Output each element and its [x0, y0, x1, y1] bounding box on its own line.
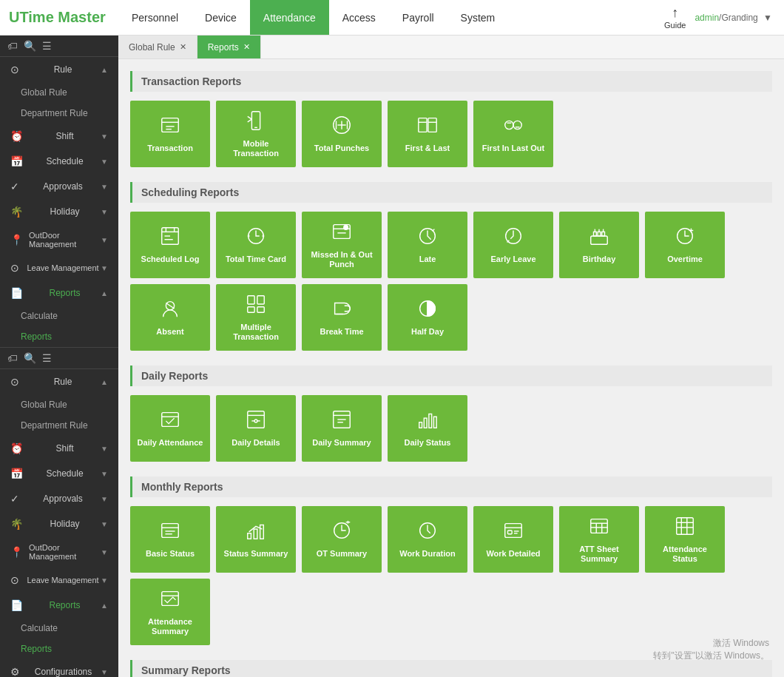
sidebar-item-leave-2[interactable]: ⊙ Leave Management ▼ [0, 567, 118, 593]
card-break-time[interactable]: Break Time [302, 284, 382, 351]
sidebar-sub-calculate-2[interactable]: Calculate [0, 618, 118, 639]
nav-payroll[interactable]: Payroll [389, 0, 447, 35]
card-transaction[interactable]: Transaction [130, 101, 210, 167]
card-work-duration[interactable]: Work Duration [388, 506, 467, 573]
card-work-detailed[interactable]: Work Detailed [473, 506, 553, 573]
sidebar-item-shift-2[interactable]: ⏰ Shift ▼ [0, 436, 118, 461]
sidebar-item-schedule[interactable]: 📅 Schedule ▼ [0, 149, 118, 174]
card-first-in-last-out[interactable]: First In Last Out [473, 101, 553, 167]
first-last-label: First & Last [405, 144, 450, 153]
sidebar-outdoor-label: OutDoor Management [29, 231, 101, 249]
card-early-leave[interactable]: Early Leave [473, 212, 553, 278]
menu-icon[interactable]: ☰ [42, 40, 52, 52]
ot-summary-label: OT Summary [317, 549, 367, 559]
sidebar-item-holiday-2[interactable]: 🌴 Holiday ▼ [0, 511, 118, 536]
nav-attendance[interactable]: Attendance [250, 0, 329, 35]
card-total-punches[interactable]: Total Punches [302, 101, 382, 167]
card-total-time-card[interactable]: Total Time Card [216, 212, 296, 278]
card-ot-summary[interactable]: OT Summary [302, 506, 382, 573]
card-status-summary[interactable]: Status Summary [216, 506, 296, 573]
svg-rect-59 [162, 413, 179, 427]
config-icon: ⚙ [10, 666, 20, 677]
sidebar-item-shift[interactable]: ⏰ Shift ▼ [0, 124, 118, 149]
daily-status-label: Daily Status [405, 438, 451, 448]
sidebar-item-configurations[interactable]: ⚙ Configurations ▼ [0, 659, 118, 677]
card-overtime[interactable]: Overtime [645, 212, 725, 278]
svg-rect-95 [677, 518, 694, 535]
multiple-trans-label: Multiple Transaction [220, 323, 291, 342]
card-daily-attendance[interactable]: Daily Attendance [130, 395, 210, 462]
sidebar-item-approvals-2[interactable]: ✓ Approvals ▼ [0, 486, 118, 511]
tab-global-rule-close[interactable]: ✕ [180, 42, 186, 52]
card-daily-summary[interactable]: Daily Summary [302, 395, 382, 462]
sidebar-item-outdoor[interactable]: 📍 OutDoor Management ▼ [0, 224, 118, 255]
daily-details-icon [245, 408, 267, 434]
card-scheduled-log[interactable]: Scheduled Log [130, 212, 210, 278]
tag-icon[interactable]: 🏷 [7, 40, 18, 52]
tab-reports-close[interactable]: ✕ [243, 42, 250, 52]
ot-summary-icon [331, 519, 353, 545]
nav-access[interactable]: Access [329, 0, 389, 35]
card-half-day[interactable]: Half Day [388, 284, 467, 351]
section-monthly: Monthly Reports Basic Status Status Summ… [130, 476, 772, 645]
sidebar-item-reports-2[interactable]: 📄 Reports ▲ [0, 593, 118, 618]
card-att-sheet[interactable]: ATT Sheet Summary [559, 506, 639, 573]
card-attendance-summary[interactable]: Attendance Summary [130, 579, 210, 645]
sidebar-sub-calculate[interactable]: Calculate [0, 306, 118, 326]
daily-summary-icon [331, 408, 353, 434]
sidebar-sub-dept-rule-2[interactable]: Department Rule [0, 415, 118, 436]
card-birthday[interactable]: Birthday [559, 212, 639, 278]
tag-icon-2[interactable]: 🏷 [7, 352, 18, 364]
sidebar-item-schedule-2[interactable]: 📅 Schedule ▼ [0, 461, 118, 486]
sidebar-item-holiday[interactable]: 🌴 Holiday ▼ [0, 199, 118, 224]
card-mobile-transaction[interactable]: Mobile Transaction [216, 101, 296, 167]
approvals-chevron-2: ▼ [101, 495, 108, 503]
scheduled-log-icon [159, 225, 181, 250]
sidebar-item-rule[interactable]: ⊙ Rule ▲ [0, 57, 118, 82]
sidebar-sub-global-rule[interactable]: Global Rule [0, 82, 118, 103]
svg-point-17 [505, 121, 513, 129]
config-chevron: ▼ [101, 668, 108, 676]
sidebar-sub-reports-2[interactable]: Reports [0, 639, 118, 659]
sidebar-item-approvals[interactable]: ✓ Approvals ▼ [0, 174, 118, 199]
sidebar-outdoor-label-2: OutDoor Management [29, 543, 101, 561]
daily-details-label: Daily Details [232, 438, 280, 448]
svg-rect-80 [260, 525, 264, 539]
nav-personnel[interactable]: Personnel [118, 0, 192, 35]
main-content: Transaction Reports Transaction Mobile T… [118, 59, 784, 677]
guide-button[interactable]: ↑ Guide [664, 5, 686, 30]
menu-icon-2[interactable]: ☰ [42, 352, 52, 364]
tab-reports[interactable]: Reports ✕ [197, 36, 261, 58]
card-multiple-trans[interactable]: Multiple Transaction [216, 284, 296, 351]
sidebar-sub-dept-rule[interactable]: Department Rule [0, 103, 118, 124]
early-leave-icon [502, 225, 524, 250]
approvals-chevron: ▼ [101, 183, 108, 191]
sidebar-item-rule-2[interactable]: ⊙ Rule ▲ [0, 369, 118, 394]
search-icon[interactable]: 🔍 [24, 40, 36, 52]
sidebar-schedule-label-2: Schedule [47, 468, 84, 479]
card-daily-details[interactable]: Daily Details [216, 395, 296, 462]
card-missed-punch[interactable]: Missed In & Out Punch [302, 212, 382, 278]
sidebar-item-reports[interactable]: 📄 Reports ▲ [0, 280, 118, 306]
sidebar-item-outdoor-2[interactable]: 📍 OutDoor Management ▼ [0, 536, 118, 567]
search-icon-2[interactable]: 🔍 [24, 352, 36, 364]
sidebar-item-leave[interactable]: ⊙ Leave Management ▼ [0, 255, 118, 280]
nav-system[interactable]: System [447, 0, 509, 35]
user-dropdown-icon[interactable]: ▼ [763, 13, 772, 23]
card-first-last[interactable]: First & Last [388, 101, 467, 167]
card-late[interactable]: Late [388, 212, 467, 278]
section-transaction-title: Transaction Reports [130, 71, 772, 92]
card-attendance-status[interactable]: Attendance Status [645, 506, 725, 573]
shift-chevron: ▼ [101, 132, 108, 141]
sidebar-config-label: Configurations [35, 667, 92, 677]
card-absent[interactable]: Absent [130, 284, 210, 351]
tab-global-rule[interactable]: Global Rule ✕ [118, 36, 197, 58]
nav-device[interactable]: Device [192, 0, 250, 35]
sidebar-sub-reports[interactable]: Reports [0, 326, 118, 347]
card-basic-status[interactable]: Basic Status [130, 506, 210, 573]
sidebar-sub-global-rule-2[interactable]: Global Rule [0, 394, 118, 415]
sidebar-toolbar-2: 🏷 🔍 ☰ [0, 348, 118, 369]
late-label: Late [419, 255, 436, 264]
card-daily-status[interactable]: Daily Status [388, 395, 467, 462]
reports-chevron: ▲ [101, 289, 108, 297]
